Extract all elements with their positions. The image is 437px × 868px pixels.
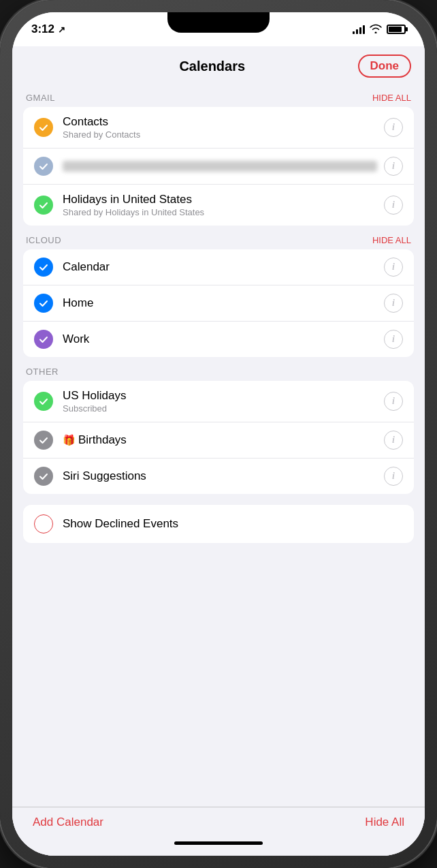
home-name: Home — [63, 296, 384, 310]
home-bar — [174, 841, 263, 845]
icloud-section: ICLOUD HIDE ALL Calendar i — [12, 226, 425, 357]
notch — [167, 12, 270, 33]
show-declined-events[interactable]: Show Declined Events — [23, 505, 414, 543]
holidays-in-us-info-button[interactable]: i — [384, 196, 403, 215]
list-item[interactable]: Holidays in United States Shared by Holi… — [23, 185, 414, 226]
gmail-section-title: GMAIL — [26, 93, 55, 103]
blurred-email-text — [63, 161, 377, 172]
work-check — [34, 330, 53, 349]
other-section-title: OTHER — [26, 367, 59, 377]
list-item[interactable]: US Holidays Subscribed i — [23, 381, 414, 422]
gmail-section-header: GMAIL HIDE ALL — [12, 83, 425, 107]
scroll-content: GMAIL HIDE ALL Contacts Shared by Contac… — [12, 83, 425, 807]
gift-icon: 🎁 — [63, 434, 76, 446]
nav-bar: Calendars Done — [12, 46, 425, 83]
other-section: OTHER US Holidays Subscribed — [12, 357, 425, 494]
hide-all-button[interactable]: Hide All — [365, 816, 404, 829]
icloud-section-title: ICLOUD — [26, 235, 61, 245]
battery-icon — [387, 25, 406, 34]
siri-info-button[interactable]: i — [384, 467, 403, 486]
home-check — [34, 294, 53, 313]
show-declined-label: Show Declined Events — [63, 517, 178, 531]
holidays-us-check — [34, 196, 53, 215]
siri-suggestions-name: Siri Suggestions — [63, 469, 384, 483]
list-item[interactable]: Calendar i — [23, 249, 414, 285]
holidays-in-us-subtitle: Shared by Holidays in United States — [63, 207, 384, 217]
icloud-calendar-group: Calendar i Home i — [23, 249, 414, 357]
contacts-info-button[interactable]: i — [384, 118, 403, 137]
declined-circle-icon — [34, 514, 53, 533]
status-time: 3:12 ↗ — [31, 22, 65, 36]
list-item[interactable]: 🎁Birthdays i — [23, 422, 414, 459]
status-icons — [353, 24, 406, 35]
us-holidays-subtitle: Subscribed — [63, 403, 384, 414]
birthdays-name: 🎁Birthdays — [63, 433, 384, 447]
contacts-check — [34, 118, 53, 137]
other-section-header: OTHER — [12, 357, 425, 381]
calendar-check — [34, 258, 53, 277]
icloud-section-header: ICLOUD HIDE ALL — [12, 226, 425, 249]
list-item[interactable]: Home i — [23, 285, 414, 322]
calendar-info-button[interactable]: i — [384, 258, 403, 277]
signal-bars-icon — [353, 25, 365, 34]
calendar-name: Calendar — [63, 260, 384, 274]
list-item[interactable]: Siri Suggestions i — [23, 459, 414, 494]
page-title: Calendars — [67, 59, 358, 74]
phone-screen: 3:12 ↗ — [12, 12, 425, 856]
wifi-icon — [370, 24, 382, 35]
list-item[interactable]: Contacts Shared by Contacts i — [23, 107, 414, 149]
other-calendar-group: US Holidays Subscribed i — [23, 381, 414, 494]
gmail-calendar-group: Contacts Shared by Contacts i i — [23, 107, 414, 226]
birthdays-check — [34, 431, 53, 450]
content-area: Calendars Done GMAIL HIDE ALL — [12, 46, 425, 856]
add-calendar-button[interactable]: Add Calendar — [33, 816, 103, 829]
icloud-hide-all-button[interactable]: HIDE ALL — [372, 235, 411, 245]
home-indicator — [12, 836, 425, 856]
home-info-button[interactable]: i — [384, 294, 403, 313]
phone-frame: 3:12 ↗ — [0, 0, 437, 868]
blurred-info-button[interactable]: i — [384, 157, 403, 176]
work-name: Work — [63, 332, 384, 346]
work-info-button[interactable]: i — [384, 330, 403, 349]
bottom-bar: Add Calendar Hide All — [12, 807, 425, 836]
list-item[interactable]: Work i — [23, 322, 414, 357]
contacts-name: Contacts — [63, 115, 384, 129]
siri-check — [34, 467, 53, 486]
us-holidays-info-button[interactable]: i — [384, 392, 403, 411]
gmail-hide-all-button[interactable]: HIDE ALL — [372, 93, 411, 103]
birthdays-info-button[interactable]: i — [384, 431, 403, 450]
blurred-check — [34, 157, 53, 176]
list-item[interactable]: i — [23, 149, 414, 185]
gmail-section: GMAIL HIDE ALL Contacts Shared by Contac… — [12, 83, 425, 226]
contacts-subtitle: Shared by Contacts — [63, 129, 384, 140]
us-holidays-check — [34, 392, 53, 411]
us-holidays-name: US Holidays — [63, 389, 384, 403]
done-button[interactable]: Done — [358, 55, 412, 78]
location-icon: ↗ — [58, 25, 65, 35]
time-display: 3:12 — [31, 22, 54, 36]
holidays-in-us-name: Holidays in United States — [63, 193, 384, 206]
